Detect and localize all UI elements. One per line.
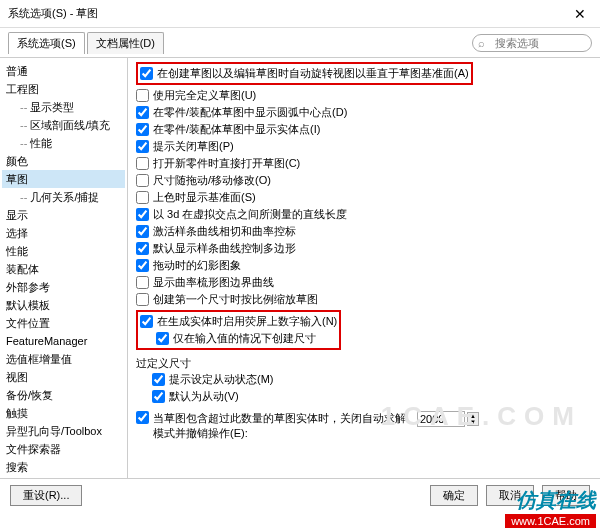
chk-autosolve-threshold[interactable] [136, 411, 149, 424]
tree-item[interactable]: 装配体 [2, 260, 125, 278]
chk-c12[interactable] [136, 259, 149, 272]
tree-item[interactable]: 默认模板 [2, 296, 125, 314]
chk-c8-label: 上色时显示基准面(S) [153, 190, 256, 205]
chk-c13[interactable] [136, 276, 149, 289]
chk-c14-label: 创建第一个尺寸时按比例缩放草图 [153, 292, 318, 307]
search-input[interactable] [472, 34, 592, 52]
footer-brand: 仿真在线 www.1CAE.com [505, 487, 596, 528]
chk-c2-label: 使用完全定义草图(U) [153, 88, 256, 103]
tree-item[interactable]: 搜索 [2, 458, 125, 476]
tree-item[interactable]: 工程图 [2, 80, 125, 98]
chk-c6[interactable] [136, 157, 149, 170]
tree-item[interactable]: 性能 [2, 242, 125, 260]
chk-c11[interactable] [136, 242, 149, 255]
close-icon[interactable]: ✕ [568, 4, 592, 24]
tree-item[interactable]: 协作 [2, 476, 125, 478]
chk-c7[interactable] [136, 174, 149, 187]
tree-item[interactable]: 性能 [2, 134, 125, 152]
section-overdefined: 过定义尺寸 [136, 356, 590, 371]
tree-item[interactable]: 异型孔向导/Toolbox [2, 422, 125, 440]
tree-item[interactable]: 草图 [2, 170, 125, 188]
chk-c3[interactable] [136, 106, 149, 119]
chk-c10[interactable] [136, 225, 149, 238]
tab-system-options[interactable]: 系统选项(S) [8, 32, 85, 54]
chk-autosolve-threshold-label: 当草图包含超过此数量的草图实体时，关闭自动求解模式并撤销操作(E): [153, 411, 413, 441]
chk-numeric-input[interactable] [140, 315, 153, 328]
chk-c11-label: 默认显示样条曲线控制多边形 [153, 241, 296, 256]
tree-item[interactable]: 外部参考 [2, 278, 125, 296]
chk-c14[interactable] [136, 293, 149, 306]
chk-c13-label: 显示曲率梳形图边界曲线 [153, 275, 274, 290]
reset-button[interactable]: 重设(R)... [10, 485, 82, 506]
tree-item[interactable]: 几何关系/捕捉 [2, 188, 125, 206]
window-title: 系统选项(S) - 草图 [8, 6, 568, 21]
tree-item[interactable]: 选择 [2, 224, 125, 242]
chk-c18[interactable] [152, 390, 165, 403]
chk-c18-label: 默认为从动(V) [169, 389, 239, 404]
tree-item[interactable]: 选值框增量值 [2, 350, 125, 368]
tree-item[interactable]: 显示 [2, 206, 125, 224]
tree-item[interactable]: 备份/恢复 [2, 386, 125, 404]
tree-item[interactable]: 区域剖面线/填充 [2, 116, 125, 134]
tab-bar: 系统选项(S) 文档属性(D) [8, 32, 164, 54]
chk-c17-label: 提示设定从动状态(M) [169, 372, 274, 387]
chk-c4-label: 在零件/装配体草图中显示实体点(I) [153, 122, 320, 137]
chk-c6-label: 打开新零件时直接打开草图(C) [153, 156, 300, 171]
category-tree: 普通工程图显示类型区域剖面线/填充性能颜色草图几何关系/捕捉显示选择性能装配体外… [0, 58, 128, 478]
chk-create-dim-on-input-label: 仅在输入值的情况下创建尺寸 [173, 331, 316, 346]
chk-c7-label: 尺寸随拖动/移动修改(O) [153, 173, 271, 188]
chk-c8[interactable] [136, 191, 149, 204]
chk-create-dim-on-input[interactable] [156, 332, 169, 345]
footer-url: www.1CAE.com [505, 514, 596, 528]
tree-item[interactable]: 文件探索器 [2, 440, 125, 458]
footer-brand-text: 仿真在线 [505, 487, 596, 514]
chk-c17[interactable] [152, 373, 165, 386]
chk-c12-label: 拖动时的幻影图象 [153, 258, 241, 273]
chk-c5[interactable] [136, 140, 149, 153]
chk-numeric-input-label: 在生成实体时启用荧屏上数字输入(N) [157, 314, 337, 329]
tree-item[interactable]: FeatureManager [2, 332, 125, 350]
chk-c10-label: 激活样条曲线相切和曲率控标 [153, 224, 296, 239]
ok-button[interactable]: 确定 [430, 485, 478, 506]
chk-c4[interactable] [136, 123, 149, 136]
tree-item[interactable]: 触摸 [2, 404, 125, 422]
tree-item[interactable]: 显示类型 [2, 98, 125, 116]
chk-auto-rotate[interactable] [140, 67, 153, 80]
tree-item[interactable]: 普通 [2, 62, 125, 80]
search-icon: ⌕ [478, 37, 485, 49]
spin-down-icon[interactable]: ▼ [468, 419, 478, 425]
chk-c5-label: 提示关闭草图(P) [153, 139, 234, 154]
chk-c9[interactable] [136, 208, 149, 221]
tab-document-properties[interactable]: 文档属性(D) [87, 32, 164, 54]
chk-c3-label: 在零件/装配体草图中显示圆弧中心点(D) [153, 105, 347, 120]
autosolve-threshold-input[interactable] [417, 411, 465, 427]
options-panel: 1CAE.COM 在创建草图以及编辑草图时自动旋转视图以垂直于草图基准面(A) … [128, 58, 600, 478]
tree-item[interactable]: 颜色 [2, 152, 125, 170]
tree-item[interactable]: 视图 [2, 368, 125, 386]
tree-item[interactable]: 文件位置 [2, 314, 125, 332]
chk-c2[interactable] [136, 89, 149, 102]
chk-auto-rotate-label: 在创建草图以及编辑草图时自动旋转视图以垂直于草图基准面(A) [157, 66, 469, 81]
chk-c9-label: 以 3d 在虚拟交点之间所测量的直线长度 [153, 207, 347, 222]
